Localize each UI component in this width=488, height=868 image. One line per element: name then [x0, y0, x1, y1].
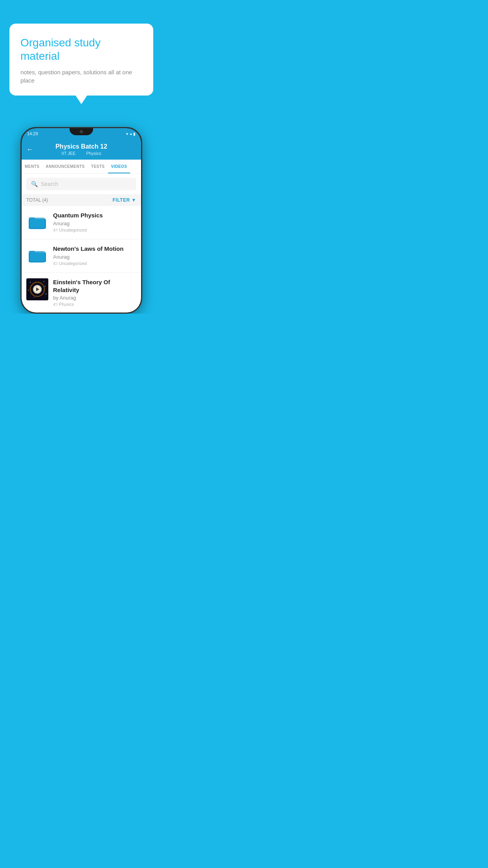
item-title: Newton's Laws of Motion	[53, 245, 136, 253]
list-item[interactable]: Quantum Physics Anurag 🏷 Uncategorized	[22, 206, 141, 239]
tab-announcements[interactable]: ANNOUNCEMENTS	[43, 160, 88, 173]
status-icons: ▾ ◂ ▮	[126, 132, 136, 136]
item-info: Einstein's Theory Of Relativity by Anura…	[53, 278, 136, 307]
svg-point-12	[30, 282, 31, 283]
search-bar[interactable]: 🔍 Search	[26, 178, 136, 190]
status-bar: 14:29 ▾ ◂ ▮	[22, 128, 141, 139]
item-thumbnail	[26, 211, 48, 234]
svg-point-16	[34, 297, 35, 298]
status-time: 14:29	[27, 131, 38, 136]
tag-label: Uncategorized	[59, 228, 87, 232]
phone-mockup: 14:29 ▾ ◂ ▮ ← Physics Batch 12 IIT JEE P…	[20, 127, 142, 314]
bubble-title: Organised study material	[20, 36, 142, 63]
search-container: 🔍 Search	[22, 174, 141, 194]
item-tag: 🏷 Physics	[53, 302, 136, 307]
item-title: Quantum Physics	[53, 211, 136, 219]
camera	[80, 130, 83, 133]
filter-label: FILTER	[113, 197, 130, 203]
phone-frame: 14:29 ▾ ◂ ▮ ← Physics Batch 12 IIT JEE P…	[20, 127, 142, 314]
iit-jee-label: IIT JEE	[62, 151, 76, 156]
tag-label: Physics	[59, 302, 74, 307]
video-preview	[26, 278, 48, 300]
header-subtitle: IIT JEE Physics	[59, 151, 104, 156]
item-author: Anurag	[53, 254, 136, 260]
signal-icon: ◂	[130, 132, 132, 136]
back-button[interactable]: ←	[26, 145, 33, 154]
wifi-icon: ▾	[126, 132, 128, 136]
tag-icon: 🏷	[53, 261, 57, 266]
folder-icon	[29, 248, 46, 263]
header-title: Physics Batch 12	[55, 143, 107, 150]
tag-label: Uncategorized	[59, 261, 87, 266]
item-author: by Anurag	[53, 295, 136, 301]
svg-rect-6	[29, 252, 46, 262]
filter-button[interactable]: FILTER ▼	[113, 197, 137, 203]
tag-icon: 🏷	[53, 228, 57, 232]
notch	[70, 128, 93, 135]
tag-icon: 🏷	[53, 302, 57, 307]
svg-point-14	[28, 290, 29, 291]
svg-point-15	[46, 294, 46, 294]
speech-bubble-area: Organised study material notes, question…	[0, 0, 163, 107]
item-tag: 🏷 Uncategorized	[53, 261, 136, 266]
tabs-bar: MENTS ANNOUNCEMENTS TESTS VIDEOS	[22, 160, 141, 174]
svg-point-17	[45, 286, 46, 287]
svg-point-13	[44, 281, 44, 282]
folder-icon	[29, 215, 46, 230]
svg-rect-2	[29, 219, 46, 229]
speech-bubble: Organised study material notes, question…	[9, 24, 153, 96]
video-list: Quantum Physics Anurag 🏷 Uncategorized	[22, 206, 141, 313]
battery-icon: ▮	[133, 132, 136, 136]
list-item[interactable]: Newton's Laws of Motion Anurag 🏷 Uncateg…	[22, 239, 141, 273]
total-count: TOTAL (4)	[26, 197, 48, 203]
list-item[interactable]: Einstein's Theory Of Relativity by Anura…	[22, 273, 141, 313]
item-author: Anurag	[53, 221, 136, 226]
item-tag: 🏷 Uncategorized	[53, 228, 136, 232]
play-icon	[36, 287, 39, 291]
tab-tests[interactable]: TESTS	[88, 160, 108, 173]
search-placeholder: Search	[41, 181, 58, 187]
bubble-subtitle: notes, question papers, solutions all at…	[20, 68, 142, 85]
item-title: Einstein's Theory Of Relativity	[53, 278, 136, 294]
tab-ments[interactable]: MENTS	[22, 160, 43, 173]
tab-videos[interactable]: VIDEOS	[108, 160, 130, 173]
item-info: Newton's Laws of Motion Anurag 🏷 Uncateg…	[53, 245, 136, 266]
phone-screen: 14:29 ▾ ◂ ▮ ← Physics Batch 12 IIT JEE P…	[22, 128, 141, 313]
item-thumbnail	[26, 278, 48, 300]
physics-label: Physics	[86, 151, 101, 156]
filter-icon: ▼	[132, 197, 136, 203]
search-icon: 🔍	[31, 181, 38, 187]
item-thumbnail	[26, 245, 48, 267]
app-header: ← Physics Batch 12 IIT JEE Physics	[22, 139, 141, 160]
item-info: Quantum Physics Anurag 🏷 Uncategorized	[53, 211, 136, 232]
filter-bar: TOTAL (4) FILTER ▼	[22, 194, 141, 206]
